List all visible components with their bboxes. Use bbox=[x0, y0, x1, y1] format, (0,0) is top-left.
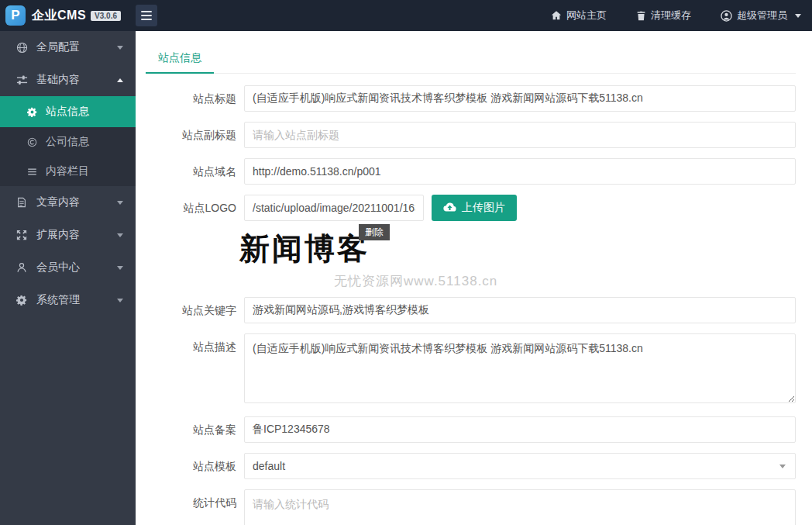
chevron-down-icon bbox=[795, 14, 801, 18]
topnav: 网站主页 清理缓存 超级管理员 bbox=[521, 9, 812, 22]
upload-button-label: 上传图片 bbox=[462, 201, 505, 215]
copyright-icon bbox=[26, 137, 38, 147]
sidebar-item-member-center[interactable]: 会员中心 bbox=[0, 251, 136, 284]
trash-icon bbox=[636, 11, 646, 21]
tabbar: 站点信息 bbox=[146, 47, 796, 74]
home-icon bbox=[551, 10, 562, 21]
sidebar-item-basic-content[interactable]: 基础内容 bbox=[0, 64, 136, 96]
sidebar-item-label: 全局配置 bbox=[36, 40, 117, 54]
expand-arrows-icon bbox=[15, 230, 28, 240]
user-circle-icon bbox=[721, 10, 732, 22]
chevron-down-icon bbox=[779, 465, 786, 468]
chevron-up-icon bbox=[117, 78, 123, 82]
list-icon bbox=[26, 167, 38, 177]
cloud-upload-icon bbox=[443, 202, 456, 214]
topnav-clear-cache[interactable]: 清理缓存 bbox=[636, 9, 691, 22]
sidebar-toggle-button[interactable] bbox=[136, 5, 157, 26]
file-icon bbox=[15, 197, 28, 208]
sidebar-item-label: 会员中心 bbox=[36, 261, 117, 275]
gear-icon bbox=[26, 107, 38, 117]
globe-icon bbox=[15, 42, 28, 54]
site-template-label: 站点模板 bbox=[146, 453, 244, 479]
analytics-code-textarea[interactable] bbox=[244, 489, 796, 525]
brand-title: 企业CMS bbox=[32, 8, 86, 24]
topnav-label: 清理缓存 bbox=[651, 9, 691, 22]
watermark-text: 无忧资源网www.51138.cn bbox=[334, 272, 497, 290]
sidebar-item-global-config[interactable]: 全局配置 bbox=[0, 31, 136, 64]
chevron-down-icon bbox=[117, 299, 123, 302]
topbar: P 企业CMS V3.0.6 网站主页 清理缓存 bbox=[0, 0, 812, 31]
sidebar-item-label: 基础内容 bbox=[36, 73, 117, 87]
user-icon bbox=[15, 262, 28, 273]
sidebar-item-site-info[interactable]: 站点信息 bbox=[0, 96, 136, 127]
sidebar-item-label: 扩展内容 bbox=[36, 228, 117, 242]
sidebar-item-label: 公司信息 bbox=[46, 135, 89, 149]
version-badge: V3.0.6 bbox=[91, 11, 121, 21]
site-description-label: 站点描述 bbox=[146, 333, 244, 360]
site-logo-label: 站点LOGO bbox=[146, 195, 244, 221]
brand: P 企业CMS V3.0.6 bbox=[0, 5, 136, 26]
tab-site-info[interactable]: 站点信息 bbox=[146, 47, 214, 74]
sidebar-item-label: 文章内容 bbox=[36, 195, 117, 209]
chevron-down-icon bbox=[117, 233, 123, 237]
sidebar-item-extended-content[interactable]: 扩展内容 bbox=[0, 219, 136, 251]
sidebar: 全局配置 基础内容 站点信息 bbox=[0, 31, 136, 525]
topnav-site-home[interactable]: 网站主页 bbox=[551, 9, 607, 22]
sidebar-item-label: 内容栏目 bbox=[46, 164, 89, 178]
sidebar-item-article-content[interactable]: 文章内容 bbox=[0, 186, 136, 219]
site-icp-label: 站点备案 bbox=[146, 416, 244, 443]
topnav-label: 超级管理员 bbox=[737, 9, 787, 22]
site-keywords-input[interactable] bbox=[244, 297, 796, 323]
sidebar-item-company-info[interactable]: 公司信息 bbox=[0, 127, 136, 157]
brand-logo-icon: P bbox=[5, 5, 26, 26]
delete-logo-button[interactable]: 删除 bbox=[359, 224, 390, 240]
site-domain-input[interactable] bbox=[244, 158, 796, 185]
selected-template-value: default bbox=[253, 460, 285, 472]
site-icp-input[interactable] bbox=[244, 416, 796, 443]
sidebar-item-label: 站点信息 bbox=[46, 105, 89, 119]
main-content: 站点信息 站点标题 站点副标题 站点域名 bbox=[136, 31, 812, 525]
sidebar-item-label: 系统管理 bbox=[36, 293, 117, 307]
site-title-label: 站点标题 bbox=[146, 85, 244, 112]
site-template-select[interactable]: default bbox=[244, 453, 796, 479]
sidebar-item-content-columns[interactable]: 内容栏目 bbox=[0, 157, 136, 186]
topnav-admin-menu[interactable]: 超级管理员 bbox=[721, 9, 801, 22]
topnav-label: 网站主页 bbox=[566, 9, 607, 22]
logo-preview-image: 新闻博客 bbox=[239, 233, 370, 264]
logo-preview: 删除 新闻博客 无忧资源网www.51138.cn bbox=[244, 224, 796, 291]
site-domain-label: 站点域名 bbox=[146, 158, 244, 185]
chevron-down-icon bbox=[117, 46, 123, 50]
upload-image-button[interactable]: 上传图片 bbox=[432, 195, 517, 221]
site-logo-input[interactable] bbox=[244, 195, 424, 221]
chevron-down-icon bbox=[117, 266, 123, 270]
site-subtitle-label: 站点副标题 bbox=[146, 122, 244, 148]
site-subtitle-input[interactable] bbox=[244, 122, 796, 148]
site-description-textarea[interactable]: (自适应手机版)响应式新闻资讯技术博客织梦模板 游戏新闻网站源码下载51138.… bbox=[244, 333, 796, 403]
sidebar-item-system-management[interactable]: 系统管理 bbox=[0, 284, 136, 316]
chevron-down-icon bbox=[117, 201, 123, 205]
site-title-input[interactable] bbox=[244, 85, 796, 112]
site-info-form: 站点标题 站点副标题 站点域名 站点LOGO bbox=[146, 85, 796, 525]
sidebar-submenu-basic-content: 站点信息 公司信息 内容栏目 bbox=[0, 96, 136, 186]
analytics-code-label: 统计代码 bbox=[146, 489, 244, 516]
sliders-icon bbox=[15, 74, 28, 86]
site-keywords-label: 站点关键字 bbox=[146, 297, 244, 323]
gear-icon bbox=[15, 295, 28, 306]
